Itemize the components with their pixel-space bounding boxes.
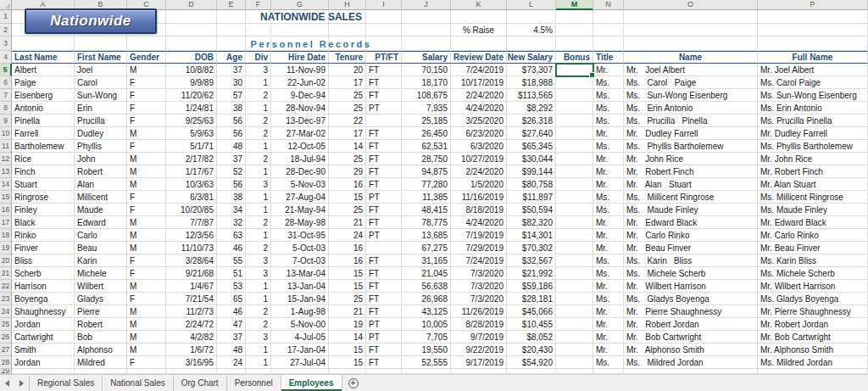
cell-C3[interactable] — [127, 36, 166, 51]
cell-K1[interactable] — [451, 10, 507, 24]
cell-B13[interactable]: Robert — [75, 165, 127, 178]
row-header-6[interactable]: 6 — [0, 76, 12, 89]
cell-K26[interactable]: 9/7/2019 — [451, 331, 507, 344]
row-header-25[interactable]: 25 — [0, 318, 12, 331]
cell-B15[interactable]: Millicent — [75, 191, 127, 204]
cell-M13[interactable] — [556, 165, 593, 178]
cell-C4[interactable]: Gender — [127, 51, 166, 64]
cell-M6[interactable] — [556, 76, 593, 89]
cell-O21[interactable]: Ms. Michele Scherb — [624, 267, 758, 280]
cell-M10[interactable] — [556, 127, 593, 140]
cell-M14[interactable] — [556, 178, 593, 191]
cell-I21[interactable]: FT — [366, 267, 402, 280]
cell-J12[interactable]: 28,750 — [402, 153, 451, 165]
cell-P25[interactable]: Mr. Robert Jordan — [758, 318, 868, 331]
cell-D5[interactable]: 10/8/82 — [166, 64, 217, 76]
cell-F28[interactable]: 1 — [246, 356, 271, 369]
cell-H16[interactable]: 25 — [329, 204, 366, 216]
cell-G7[interactable]: 9-Dec-94 — [271, 89, 329, 102]
cell-D1[interactable] — [166, 10, 217, 24]
cell-H18[interactable]: 24 — [329, 229, 366, 242]
cell-E20[interactable]: 55 — [217, 254, 246, 267]
cell-K25[interactable]: 8/28/2019 — [451, 318, 507, 331]
cell-I5[interactable]: FT — [366, 64, 402, 76]
cell-P12[interactable]: Mr. John Rice — [758, 153, 868, 165]
cell-A24[interactable]: Shaughnessy — [12, 305, 75, 318]
cell-G11[interactable]: 12-Oct-05 — [271, 140, 329, 153]
row-header-15[interactable]: 15 — [0, 191, 12, 204]
cell-L2[interactable]: 4.5% — [507, 24, 556, 36]
cell-P22[interactable]: Mr. Wilbert Harrison — [758, 280, 868, 293]
cell-J11[interactable]: 62,531 — [402, 140, 451, 153]
cell-L16[interactable]: $50,594 — [507, 204, 556, 216]
cell-E2[interactable] — [217, 24, 246, 36]
row-header-13[interactable]: 13 — [0, 165, 12, 178]
cell-B5[interactable]: Joel — [75, 64, 127, 76]
cell-H7[interactable]: 25 — [329, 89, 366, 102]
cell-E8[interactable]: 38 — [217, 102, 246, 115]
cell-O4[interactable]: Name — [624, 51, 758, 64]
cell-J22[interactable]: 56,638 — [402, 280, 451, 293]
cell-F21[interactable]: 3 — [246, 267, 271, 280]
cell-K24[interactable]: 11/26/2019 — [451, 305, 507, 318]
cell-L1[interactable] — [507, 10, 556, 24]
cell-F8[interactable]: 1 — [246, 102, 271, 115]
cell-I28[interactable]: FT — [366, 356, 402, 369]
cell-H9[interactable]: 22 — [329, 115, 366, 127]
cell-G12[interactable]: 18-Jul-94 — [271, 153, 329, 165]
cell-P14[interactable]: Mr. Alan Stuart — [758, 178, 868, 191]
cell-P4[interactable]: Full Name — [758, 51, 868, 64]
cell-C24[interactable]: M — [127, 305, 166, 318]
cell-E14[interactable]: 56 — [217, 178, 246, 191]
cell-H2[interactable] — [329, 24, 366, 36]
cell-B21[interactable]: Michele — [75, 267, 127, 280]
cell-A17[interactable]: Black — [12, 216, 75, 229]
cell-B14[interactable]: Alan — [75, 178, 127, 191]
cell-L27[interactable]: $20,430 — [507, 344, 556, 356]
cell-L7[interactable]: $113,565 — [507, 89, 556, 102]
cell-F2[interactable] — [246, 24, 271, 36]
cell-J21[interactable]: 21,045 — [402, 267, 451, 280]
cell-D11[interactable]: 5/1/71 — [166, 140, 217, 153]
sheet-tab-personnel[interactable]: Personnel — [227, 375, 281, 391]
cell-H22[interactable]: 15 — [329, 280, 366, 293]
cell-E11[interactable]: 48 — [217, 140, 246, 153]
cell-E26[interactable]: 37 — [217, 331, 246, 344]
cell-H21[interactable]: 15 — [329, 267, 366, 280]
cell-I13[interactable]: FT — [366, 165, 402, 178]
sheet-tab-regional-sales[interactable]: Regional Sales — [29, 375, 103, 391]
row-header-11[interactable]: 11 — [0, 140, 12, 153]
cell-F7[interactable]: 2 — [246, 89, 271, 102]
cell-L26[interactable]: $8,052 — [507, 331, 556, 344]
cell-N10[interactable]: Mr. — [593, 127, 624, 140]
cell-H28[interactable]: 15 — [329, 356, 366, 369]
row-header-27[interactable]: 27 — [0, 344, 12, 356]
cell-D8[interactable]: 1/24/81 — [166, 102, 217, 115]
cell-G10[interactable]: 27-Mar-02 — [271, 127, 329, 140]
cell-I4[interactable]: PT/FT — [366, 51, 402, 64]
cell-O26[interactable]: Mr. Bob Cartwright — [624, 331, 758, 344]
cell-O24[interactable]: Mr. Pierre Shaughnessy — [624, 305, 758, 318]
cell-G28[interactable]: 27-Jul-04 — [271, 356, 329, 369]
cell-P20[interactable]: Ms. Karin Bliss — [758, 254, 868, 267]
cell-G18[interactable]: 31-Oct-95 — [271, 229, 329, 242]
cell-P28[interactable]: Ms. Mildred Jordan — [758, 356, 868, 369]
column-header-F[interactable]: F — [246, 0, 271, 10]
column-header-O[interactable]: O — [624, 0, 758, 10]
cell-H17[interactable]: 21 — [329, 216, 366, 229]
cell-F6[interactable]: 1 — [246, 76, 271, 89]
cell-A9[interactable]: Pinella — [12, 115, 75, 127]
cell-C19[interactable]: M — [127, 242, 166, 254]
cell-M9[interactable] — [556, 115, 593, 127]
cell-N5[interactable]: Mr. — [593, 64, 624, 76]
cell-L21[interactable]: $21,992 — [507, 267, 556, 280]
cell-M5[interactable] — [556, 64, 593, 76]
cell-M24[interactable] — [556, 305, 593, 318]
cell-B16[interactable]: Maude — [75, 204, 127, 216]
cell-G24[interactable]: 1-Aug-98 — [271, 305, 329, 318]
cell-C26[interactable]: M — [127, 331, 166, 344]
cell-P19[interactable]: Mr. Beau Finver — [758, 242, 868, 254]
cell-D22[interactable]: 1/4/67 — [166, 280, 217, 293]
cell-P26[interactable]: Mr. Bob Cartwright — [758, 331, 868, 344]
cell-N15[interactable]: Ms. — [593, 191, 624, 204]
